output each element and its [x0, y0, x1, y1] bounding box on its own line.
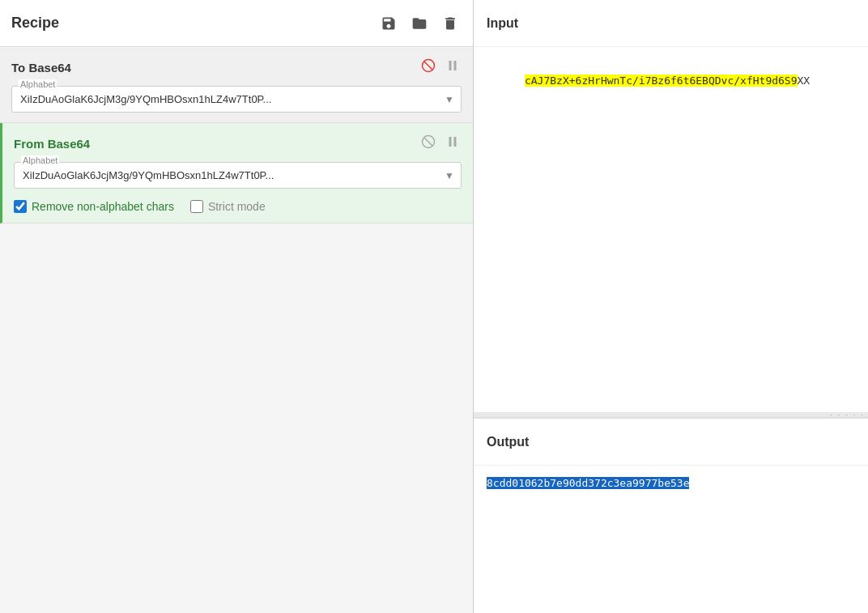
left-panel: Recipe To Base64 — [0, 0, 474, 613]
to-base64-block: To Base64 Alphabet XiIz — [0, 47, 473, 123]
right-panel: Input cAJ7BzX+6zHrHwnTc/i7Bz6f6t6EBQDvc/… — [474, 0, 868, 613]
remove-nonalpha-option[interactable]: Remove non-alphabet chars — [14, 200, 174, 213]
output-header: Output — [474, 419, 868, 466]
strict-mode-checkbox[interactable] — [190, 200, 203, 213]
from-base64-pause-button[interactable] — [444, 133, 462, 154]
recipe-header: Recipe — [0, 0, 473, 47]
to-base64-controls — [419, 57, 462, 78]
from-base64-alphabet-select[interactable]: XiIzDuAoGlaK6JcjM3g/9YQmHBOsxn1hLZ4w7Tt0… — [15, 163, 461, 188]
to-base64-disable-button[interactable] — [419, 57, 437, 78]
output-selected-text: 8cdd01062b7e90dd372c3ea9977be53e — [487, 477, 689, 489]
from-base64-header: From Base64 — [14, 133, 462, 154]
to-base64-title: To Base64 — [11, 61, 71, 74]
to-base64-alphabet-label: Alphabet — [19, 79, 57, 89]
to-base64-alphabet-select[interactable]: XiIzDuAoGlaK6JcjM3g/9YQmHBOsxn1hLZ4w7Tt0… — [12, 87, 461, 112]
input-title: Input — [487, 16, 518, 31]
input-normal-text: XX — [798, 74, 811, 87]
from-base64-title: From Base64 — [14, 137, 90, 151]
svg-rect-6 — [449, 137, 452, 147]
from-base64-alphabet-label: Alphabet — [21, 155, 59, 165]
output-content[interactable]: 8cdd01062b7e90dd372c3ea9977be53e — [474, 466, 868, 613]
svg-rect-2 — [449, 61, 452, 70]
resize-handle[interactable]: · · · · · — [474, 412, 868, 417]
svg-line-1 — [424, 62, 433, 70]
delete-button[interactable] — [439, 14, 462, 33]
svg-rect-3 — [454, 61, 457, 70]
input-content[interactable]: cAJ7BzX+6zHrHwnTc/i7Bz6f6t6EBQDvc/xfHt9d… — [474, 47, 868, 412]
strict-mode-option[interactable]: Strict mode — [190, 200, 266, 213]
output-title: Output — [487, 435, 529, 449]
strict-mode-label: Strict mode — [208, 200, 266, 213]
recipe-title: Recipe — [11, 15, 59, 32]
from-base64-options: Remove non-alphabet chars Strict mode — [14, 200, 462, 213]
from-base64-alphabet-wrapper: Alphabet XiIzDuAoGlaK6JcjM3g/9YQmHBOsxn1… — [14, 162, 462, 189]
to-base64-header: To Base64 — [11, 57, 462, 78]
save-button[interactable] — [377, 14, 400, 33]
input-section: Input cAJ7BzX+6zHrHwnTc/i7Bz6f6t6EBQDvc/… — [474, 0, 868, 419]
input-highlighted-text: cAJ7BzX+6zHrHwnTc/i7Bz6f6t6EBQDvc/xfHt9d… — [525, 74, 798, 87]
output-section: Output 8cdd01062b7e90dd372c3ea9977be53e — [474, 419, 868, 613]
resize-dots-icon: · · · · · — [830, 411, 865, 419]
open-folder-button[interactable] — [408, 14, 431, 33]
from-base64-block: From Base64 Alphabet Xi — [0, 123, 473, 223]
empty-recipe-area — [0, 223, 473, 613]
to-base64-alphabet-wrapper: Alphabet XiIzDuAoGlaK6JcjM3g/9YQmHBOsxn1… — [11, 86, 462, 113]
remove-nonalpha-checkbox[interactable] — [14, 200, 27, 213]
input-header: Input — [474, 0, 868, 47]
svg-line-5 — [424, 138, 433, 147]
from-base64-controls — [419, 133, 462, 154]
from-base64-disable-button[interactable] — [419, 133, 437, 154]
to-base64-pause-button[interactable] — [444, 57, 462, 78]
svg-rect-7 — [454, 137, 457, 147]
recipe-toolbar — [377, 14, 462, 33]
remove-nonalpha-label: Remove non-alphabet chars — [32, 200, 174, 213]
